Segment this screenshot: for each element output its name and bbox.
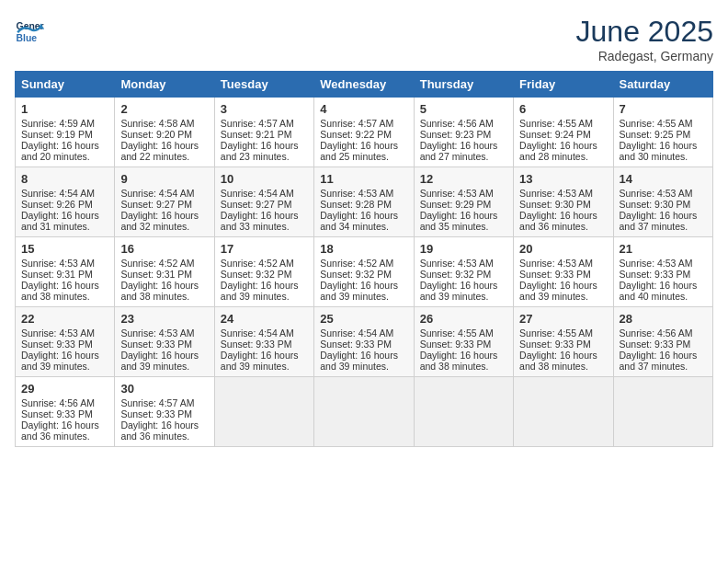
calendar-cell bbox=[613, 377, 712, 447]
day-number: 8 bbox=[21, 172, 108, 186]
daylight-line2: and 33 minutes. bbox=[221, 221, 290, 232]
sunrise-line: Sunrise: 4:54 AM bbox=[320, 327, 393, 339]
daylight-line1: Daylight: 16 hours bbox=[420, 140, 498, 151]
calendar-cell: 25 Sunrise: 4:54 AM Sunset: 9:33 PM Dayl… bbox=[314, 307, 414, 377]
sunset-line: Sunset: 9:32 PM bbox=[221, 269, 292, 280]
daylight-line1: Daylight: 16 hours bbox=[620, 140, 698, 151]
calendar-cell: 15 Sunrise: 4:53 AM Sunset: 9:31 PM Dayl… bbox=[16, 237, 115, 307]
daylight-line1: Daylight: 16 hours bbox=[120, 350, 199, 361]
day-number: 4 bbox=[320, 102, 407, 116]
logo: General Blue bbox=[15, 15, 44, 44]
daylight-line2: and 27 minutes. bbox=[420, 151, 489, 162]
sunrise-line: Sunrise: 4:55 AM bbox=[519, 327, 593, 339]
day-number: 18 bbox=[320, 242, 407, 256]
daylight-line2: and 36 minutes. bbox=[21, 431, 90, 442]
sunset-line: Sunset: 9:32 PM bbox=[420, 269, 492, 280]
sunrise-line: Sunrise: 4:54 AM bbox=[120, 188, 194, 199]
calendar-table: SundayMondayTuesdayWednesdayThursdayFrid… bbox=[15, 71, 713, 447]
day-number: 16 bbox=[120, 242, 208, 256]
daylight-line1: Daylight: 16 hours bbox=[120, 419, 199, 431]
sunset-line: Sunset: 9:33 PM bbox=[620, 269, 691, 280]
sunset-line: Sunset: 9:27 PM bbox=[120, 199, 192, 210]
daylight-line1: Daylight: 16 hours bbox=[120, 280, 199, 291]
sunset-line: Sunset: 9:24 PM bbox=[519, 129, 591, 140]
sunrise-line: Sunrise: 4:53 AM bbox=[21, 327, 95, 339]
weekday-header: Friday bbox=[514, 72, 613, 98]
sunset-line: Sunset: 9:23 PM bbox=[420, 129, 492, 140]
daylight-line1: Daylight: 16 hours bbox=[519, 140, 597, 151]
daylight-line1: Daylight: 16 hours bbox=[420, 350, 498, 361]
day-number: 21 bbox=[620, 242, 707, 256]
sunrise-line: Sunrise: 4:54 AM bbox=[221, 327, 294, 339]
daylight-line1: Daylight: 16 hours bbox=[620, 210, 698, 221]
calendar-cell: 1 Sunrise: 4:59 AM Sunset: 9:19 PM Dayli… bbox=[16, 98, 115, 167]
calendar-cell: 14 Sunrise: 4:53 AM Sunset: 9:30 PM Dayl… bbox=[613, 167, 712, 237]
daylight-line2: and 31 minutes. bbox=[21, 221, 90, 232]
sunrise-line: Sunrise: 4:55 AM bbox=[620, 118, 693, 129]
daylight-line2: and 40 minutes. bbox=[620, 291, 688, 302]
sunrise-line: Sunrise: 4:53 AM bbox=[120, 327, 194, 339]
daylight-line1: Daylight: 16 hours bbox=[620, 350, 698, 361]
day-number: 25 bbox=[320, 312, 407, 326]
calendar-cell bbox=[214, 377, 313, 447]
sunset-line: Sunset: 9:33 PM bbox=[519, 269, 591, 280]
daylight-line2: and 38 minutes. bbox=[21, 291, 90, 302]
sunset-line: Sunset: 9:19 PM bbox=[21, 129, 93, 140]
calendar-cell: 10 Sunrise: 4:54 AM Sunset: 9:27 PM Dayl… bbox=[214, 167, 313, 237]
daylight-line1: Daylight: 16 hours bbox=[420, 210, 498, 221]
calendar-cell bbox=[414, 377, 513, 447]
calendar-cell: 18 Sunrise: 4:52 AM Sunset: 9:32 PM Dayl… bbox=[314, 237, 414, 307]
sunrise-line: Sunrise: 4:52 AM bbox=[221, 258, 294, 269]
sunrise-line: Sunrise: 4:57 AM bbox=[120, 397, 194, 408]
sunset-line: Sunset: 9:22 PM bbox=[320, 129, 392, 140]
weekday-header-row: SundayMondayTuesdayWednesdayThursdayFrid… bbox=[16, 72, 713, 98]
sunrise-line: Sunrise: 4:56 AM bbox=[620, 327, 693, 339]
sunset-line: Sunset: 9:33 PM bbox=[221, 339, 292, 350]
day-number: 2 bbox=[120, 102, 208, 116]
calendar-week-row: 29 Sunrise: 4:56 AM Sunset: 9:33 PM Dayl… bbox=[16, 377, 713, 447]
calendar-cell: 29 Sunrise: 4:56 AM Sunset: 9:33 PM Dayl… bbox=[16, 377, 115, 447]
daylight-line2: and 39 minutes. bbox=[320, 361, 389, 372]
daylight-line2: and 25 minutes. bbox=[320, 151, 389, 162]
daylight-line2: and 35 minutes. bbox=[420, 221, 489, 232]
calendar-cell: 24 Sunrise: 4:54 AM Sunset: 9:33 PM Dayl… bbox=[214, 307, 313, 377]
calendar-cell: 30 Sunrise: 4:57 AM Sunset: 9:33 PM Dayl… bbox=[115, 377, 214, 447]
calendar-cell: 26 Sunrise: 4:55 AM Sunset: 9:33 PM Dayl… bbox=[414, 307, 513, 377]
calendar-cell: 6 Sunrise: 4:55 AM Sunset: 9:24 PM Dayli… bbox=[514, 98, 613, 167]
daylight-line2: and 36 minutes. bbox=[120, 431, 189, 442]
daylight-line1: Daylight: 16 hours bbox=[21, 140, 99, 151]
sunset-line: Sunset: 9:31 PM bbox=[21, 269, 93, 280]
day-number: 10 bbox=[221, 172, 308, 186]
weekday-header: Monday bbox=[115, 72, 214, 98]
calendar-cell: 16 Sunrise: 4:52 AM Sunset: 9:31 PM Dayl… bbox=[115, 237, 214, 307]
month-title: June 2025 bbox=[576, 15, 713, 49]
day-number: 7 bbox=[620, 102, 707, 116]
daylight-line1: Daylight: 16 hours bbox=[320, 280, 398, 291]
sunrise-line: Sunrise: 4:53 AM bbox=[519, 258, 593, 269]
sunset-line: Sunset: 9:33 PM bbox=[420, 339, 492, 350]
daylight-line1: Daylight: 16 hours bbox=[221, 210, 299, 221]
calendar-cell: 28 Sunrise: 4:56 AM Sunset: 9:33 PM Dayl… bbox=[613, 307, 712, 377]
day-number: 19 bbox=[420, 242, 507, 256]
sunset-line: Sunset: 9:26 PM bbox=[21, 199, 93, 210]
sunset-line: Sunset: 9:33 PM bbox=[120, 408, 192, 419]
weekday-header: Sunday bbox=[16, 72, 115, 98]
day-number: 11 bbox=[320, 172, 407, 186]
calendar-cell: 5 Sunrise: 4:56 AM Sunset: 9:23 PM Dayli… bbox=[414, 98, 513, 167]
daylight-line1: Daylight: 16 hours bbox=[120, 210, 199, 221]
sunrise-line: Sunrise: 4:59 AM bbox=[21, 118, 95, 129]
daylight-line2: and 38 minutes. bbox=[519, 361, 588, 372]
daylight-line2: and 28 minutes. bbox=[519, 151, 588, 162]
sunset-line: Sunset: 9:21 PM bbox=[221, 129, 292, 140]
day-number: 5 bbox=[420, 102, 507, 116]
calendar-week-row: 8 Sunrise: 4:54 AM Sunset: 9:26 PM Dayli… bbox=[16, 167, 713, 237]
day-number: 30 bbox=[120, 382, 208, 396]
weekday-header: Saturday bbox=[613, 72, 712, 98]
daylight-line2: and 30 minutes. bbox=[620, 151, 688, 162]
calendar-cell: 8 Sunrise: 4:54 AM Sunset: 9:26 PM Dayli… bbox=[16, 167, 115, 237]
svg-text:Blue: Blue bbox=[17, 33, 38, 43]
daylight-line1: Daylight: 16 hours bbox=[221, 140, 299, 151]
calendar-week-row: 15 Sunrise: 4:53 AM Sunset: 9:31 PM Dayl… bbox=[16, 237, 713, 307]
sunrise-line: Sunrise: 4:56 AM bbox=[21, 397, 95, 408]
calendar-cell: 12 Sunrise: 4:53 AM Sunset: 9:29 PM Dayl… bbox=[414, 167, 513, 237]
